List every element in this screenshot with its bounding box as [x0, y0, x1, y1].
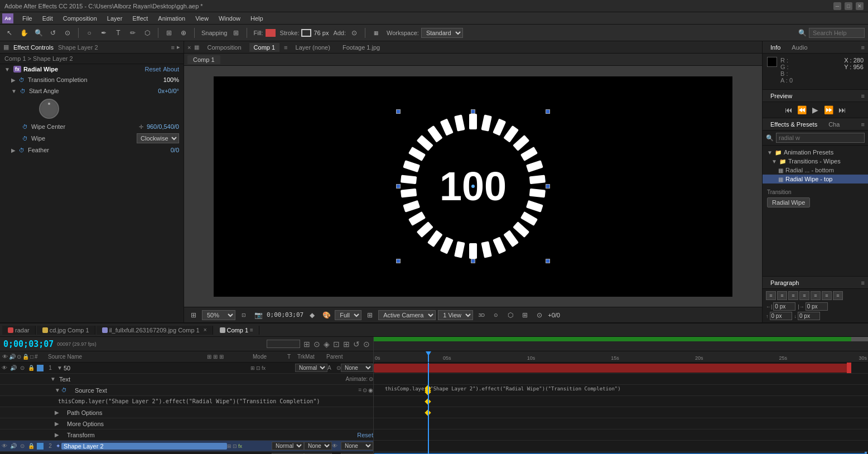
prev-keyframe-btn[interactable]: ⏮ [783, 104, 794, 115]
composition-viewer[interactable]: 100 [184, 66, 762, 307]
panel-menu-btn[interactable]: ≡ [171, 44, 175, 51]
animate-sub-icon[interactable]: ⊙ [369, 376, 373, 382]
effect-controls-tab[interactable]: Effect Controls [13, 44, 54, 51]
prop-value[interactable]: 0/0 [171, 147, 179, 153]
parent-select-2[interactable]: None [341, 442, 373, 450]
audio-toggle-2[interactable]: 🔊 [9, 442, 18, 451]
comp-tab-menu[interactable]: ≡ [284, 44, 287, 51]
panel-menu-btn[interactable]: ≡ [861, 93, 865, 99]
stroke-swatch[interactable] [301, 29, 311, 37]
fx-icon-1[interactable]: fx [262, 365, 266, 371]
expr-icon[interactable]: = [358, 387, 361, 393]
char-tab[interactable]: Cha [824, 120, 844, 129]
render-queue-btn[interactable]: ▦ [370, 27, 382, 39]
transparency-btn[interactable]: ⬡ [504, 309, 517, 321]
vis-toggle-2[interactable]: 👁 [0, 442, 9, 451]
transitions-wipes-item[interactable]: ▼ 📁 Transitions - Wipes [763, 157, 868, 166]
brush-tool[interactable]: ✏ [127, 27, 139, 39]
prop-value[interactable]: 0x+0/0° [158, 88, 179, 94]
tab-cd-comp[interactable]: cd.jpg Comp 1 [37, 326, 95, 335]
trkmat-select-2[interactable]: None [304, 442, 332, 450]
animation-presets-item[interactable]: ▼ 📁 Animation Presets [763, 148, 868, 157]
sub-expand-transform[interactable]: ▶ [46, 432, 59, 438]
menu-animation[interactable]: Animation [153, 14, 190, 23]
color-picker-btn[interactable]: 🎨 [320, 309, 332, 321]
radial-top-item[interactable]: ▦ Radial Wipe - top [763, 175, 868, 183]
align-right-btn[interactable]: ≡ [788, 291, 798, 300]
wipe-dropdown[interactable]: Clockwise [137, 133, 179, 143]
fx-icon-2[interactable]: fx [238, 443, 242, 449]
tl-marker-btn[interactable]: ⊙ [363, 340, 370, 349]
menu-help[interactable]: Help [246, 14, 268, 23]
snapshot-btn[interactable]: 📷 [252, 309, 264, 321]
indent-left-input[interactable] [773, 302, 795, 311]
region-of-interest-btn[interactable]: ⊞ [187, 309, 200, 321]
minimize-button[interactable]: ─ [833, 2, 841, 10]
align-center-btn[interactable]: ≡ [777, 291, 787, 300]
next-frame-btn[interactable]: ⏩ [823, 104, 835, 115]
sub-expand-more[interactable]: ▶ [46, 421, 59, 427]
playhead-main[interactable] [428, 363, 429, 454]
transition-badge[interactable]: Radial Wipe [767, 197, 810, 207]
tl-settings-btn[interactable]: ⊞ [303, 340, 310, 349]
effects-search-input[interactable] [776, 133, 865, 143]
expand-icon[interactable]: ▶ [11, 77, 16, 83]
menu-view[interactable]: View [191, 14, 213, 23]
tl-comp-btn[interactable]: ⊞ [343, 340, 350, 349]
workspace-select[interactable]: Standard [421, 28, 463, 38]
paragraph-tab[interactable]: Paragraph [766, 278, 803, 287]
effects-presets-tab[interactable]: Effects & Presets [766, 120, 822, 129]
menu-layer[interactable]: Layer [103, 14, 127, 23]
menu-file[interactable]: File [18, 14, 37, 23]
about-btn[interactable]: About [163, 66, 179, 73]
audio-tab[interactable]: Audio [787, 43, 812, 52]
selection-tool[interactable]: ↖ [3, 27, 16, 39]
rotate-tool[interactable]: ↺ [47, 27, 59, 39]
camera-orbit-tool[interactable]: ⊙ [61, 27, 74, 39]
transform-reset[interactable]: Reset [357, 432, 373, 438]
dial-control[interactable] [39, 99, 59, 119]
justify-left-btn[interactable]: ≡ [799, 291, 809, 300]
snapping-toggle[interactable]: ⊞ [230, 27, 242, 39]
menu-window[interactable]: Window [214, 14, 245, 23]
layer-name-1[interactable]: 50 [64, 365, 250, 371]
prop-value[interactable]: 960/0,540/0 [147, 123, 179, 130]
align-left-btn[interactable]: ≡ [766, 291, 776, 300]
tl-refresh-btn[interactable]: ↺ [353, 340, 360, 349]
tl-solo-btn[interactable]: ◈ [324, 340, 330, 349]
zoom-select[interactable]: 50% [202, 310, 235, 320]
panel-close-btn[interactable]: ▦ [3, 44, 9, 51]
expand-icon[interactable]: ▶ [11, 147, 16, 153]
pen-tool[interactable]: ✒ [98, 27, 110, 39]
indent-right-input[interactable] [806, 302, 828, 311]
tab-radar[interactable]: radar [2, 326, 36, 335]
fill-swatch[interactable] [266, 29, 276, 37]
menu-edit[interactable]: Edit [38, 14, 57, 23]
track-end-handle-1[interactable] [847, 363, 851, 373]
menu-composition[interactable]: Composition [59, 14, 102, 23]
comp-tab-composition[interactable]: Composition [202, 43, 245, 52]
zoom-tool[interactable]: 🔍 [32, 27, 45, 39]
panel-expand-btn[interactable]: ▸ [177, 44, 180, 51]
layer-expand-1[interactable]: ▼ [57, 365, 62, 371]
3d-btn[interactable]: 3D [475, 309, 488, 321]
track-end-handle-2[interactable] [865, 452, 867, 454]
hand-tool[interactable]: ✋ [18, 27, 30, 39]
justify-right-btn[interactable]: ≡ [822, 291, 832, 300]
info-tab[interactable]: Info [766, 43, 785, 52]
search-help-input[interactable] [809, 28, 865, 38]
layer-tab[interactable]: Layer (none) [291, 43, 335, 52]
overlay-btn[interactable]: ⊞ [519, 309, 531, 321]
fast-preview-btn[interactable]: ⊙ [490, 309, 502, 321]
close-button[interactable]: ✕ [856, 2, 864, 10]
audio-toggle-1[interactable]: 🔊 [9, 364, 18, 373]
next-keyframe-btn[interactable]: ⏭ [837, 104, 848, 115]
radial-bottom-item[interactable]: ▦ Radial ... - bottom [763, 166, 868, 175]
tab-il-comp[interactable]: il_fullxfull.263167209.jpg Comp 1 × [97, 326, 213, 335]
timeline-search[interactable] [267, 340, 300, 348]
panel-menu-btn[interactable]: ≡ [861, 121, 865, 128]
flow-btn[interactable]: ⊙ [533, 309, 546, 321]
view-select[interactable]: 1 View [438, 310, 473, 320]
set-keyframe-btn[interactable]: ◆ [306, 309, 318, 321]
puppet-tool[interactable]: ⊕ [177, 27, 190, 39]
